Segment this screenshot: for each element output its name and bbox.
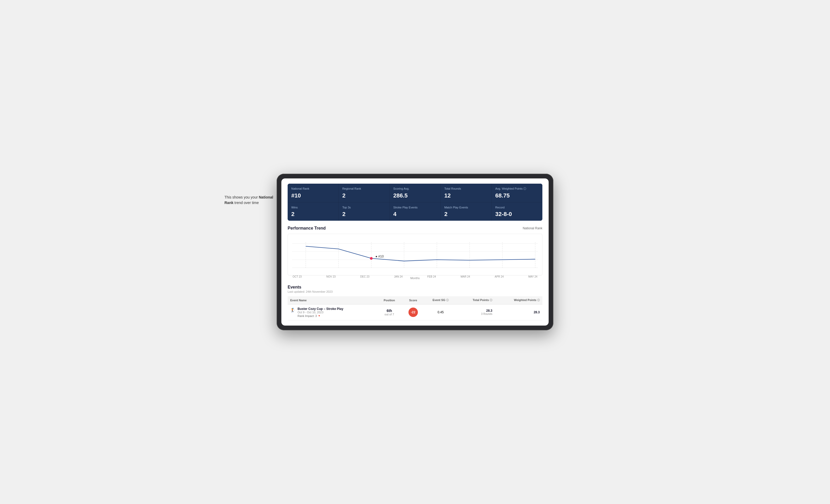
event-weighted-points-cell: 28.3: [495, 304, 542, 320]
stats-row-bottom: Wins 2 Top 3s 2 Stroke Play Events 4 M: [288, 202, 542, 221]
stat-record-label: Record: [496, 206, 539, 209]
x-label-dec23: DEC 23: [360, 275, 369, 278]
stat-total-rounds-value: 12: [444, 192, 487, 199]
stat-match-play-label: Match Play Events: [444, 206, 487, 209]
event-score-badge: -22: [409, 308, 418, 317]
stat-stroke-play-label: Stroke Play Events: [393, 206, 437, 209]
event-weighted-points-value: 28.3: [534, 310, 540, 314]
stat-national-rank: National Rank #10: [288, 183, 338, 202]
x-label-nov23: NOV 23: [326, 275, 336, 278]
stat-scoring-avg-value: 286.5: [393, 192, 437, 199]
trend-header: Performance Trend National Rank: [288, 226, 542, 231]
stat-national-rank-value: #10: [291, 192, 334, 199]
stat-regional-rank: Regional Rank 2: [339, 183, 389, 202]
event-position-cell: 6th out of 7: [377, 304, 402, 320]
col-total-points: Total Points ⓘ: [457, 296, 495, 304]
stat-wins-value: 2: [291, 211, 334, 217]
rank-impact-direction: ▼: [318, 314, 321, 317]
rank-impact-text: Rank Impact: 3: [297, 314, 317, 317]
stat-record: Record 32-8-0: [492, 202, 542, 221]
x-label-oct23: OCT 23: [293, 275, 302, 278]
stat-match-play-value: 2: [444, 211, 487, 217]
chart-x-axis: OCT 23 NOV 23 DEC 23 JAN 24 FEB 24 MAR 2…: [292, 275, 538, 278]
trend-title: Performance Trend: [288, 226, 326, 231]
annotation-text: This shows you your National Rank trend …: [224, 195, 277, 206]
table-row: 🏌️ Buster Cozy Cup – Stroke Play Oct 9 -…: [288, 304, 542, 320]
event-total-points-cell: 28.3 3 Rounds: [457, 304, 495, 320]
trend-axis-label: National Rank: [523, 227, 542, 230]
stat-match-play: Match Play Events 2: [441, 202, 491, 221]
event-date: Oct 9 - Oct 10, 2023: [297, 311, 343, 314]
col-event-sg: Event SG ⓘ: [424, 296, 457, 304]
stat-scoring-avg: Scoring Avg. 286.5: [390, 183, 440, 202]
svg-text:● #10: ● #10: [375, 255, 384, 258]
stat-record-value: 32-8-0: [496, 211, 539, 217]
events-table: Event Name Position Score Event SG ⓘ Tot…: [288, 296, 542, 321]
event-total-points-sub: 3 Rounds: [459, 312, 492, 315]
col-score: Score: [402, 296, 424, 304]
x-label-feb24: FEB 24: [427, 275, 436, 278]
stats-grid: National Rank #10 Regional Rank 2 Scorin…: [288, 183, 542, 221]
trend-chart: ● #10: [292, 238, 538, 273]
stats-row-top: National Rank #10 Regional Rank 2 Scorin…: [288, 183, 542, 202]
stat-wins: Wins 2: [288, 202, 338, 221]
col-event-name: Event Name: [288, 296, 377, 304]
tablet-frame: National Rank #10 Regional Rank 2 Scorin…: [277, 174, 553, 330]
event-position-main: 6th: [379, 309, 400, 313]
event-score-cell: -22: [402, 304, 424, 320]
tablet-screen: National Rank #10 Regional Rank 2 Scorin…: [281, 178, 549, 326]
x-label-may24: MAY 24: [528, 275, 537, 278]
event-golf-icon: 🏌️: [290, 308, 295, 312]
event-sg-cell: 0.45: [424, 304, 457, 320]
events-subtitle: Last updated: 24th November 2023: [288, 290, 542, 293]
stat-avg-weighted-label: Avg. Weighted Points ⓘ: [496, 187, 539, 191]
x-label-jan24: JAN 24: [394, 275, 403, 278]
stat-top3s-value: 2: [342, 211, 385, 217]
stat-stroke-play-value: 4: [393, 211, 437, 217]
content-area: National Rank #10 Regional Rank 2 Scorin…: [281, 178, 549, 326]
rank-impact: Rank Impact: 3 ▼: [297, 314, 343, 317]
stat-top3s: Top 3s 2: [339, 202, 389, 221]
stat-regional-rank-value: 2: [342, 192, 385, 199]
col-weighted-points: Weighted Points ⓘ: [495, 296, 542, 304]
stat-top3s-label: Top 3s: [342, 206, 385, 209]
performance-trend-section: Performance Trend National Rank: [288, 226, 542, 280]
col-position: Position: [377, 296, 402, 304]
events-title: Events: [288, 285, 542, 290]
event-name-cell: 🏌️ Buster Cozy Cup – Stroke Play Oct 9 -…: [288, 304, 377, 320]
stat-wins-label: Wins: [291, 206, 334, 209]
event-name-text: Buster Cozy Cup – Stroke Play: [297, 307, 343, 311]
stat-avg-weighted: Avg. Weighted Points ⓘ 68.75: [492, 183, 542, 202]
stat-total-rounds: Total Rounds 12: [441, 183, 491, 202]
chart-container: ● #10 OCT 23 NOV 23 DEC 23 JAN 24 FEB 24…: [288, 234, 542, 275]
x-label-apr24: APR 24: [494, 275, 504, 278]
stat-stroke-play: Stroke Play Events 4: [390, 202, 440, 221]
svg-point-14: [370, 257, 373, 260]
stat-total-rounds-label: Total Rounds: [444, 187, 487, 191]
events-table-header: Event Name Position Score Event SG ⓘ Tot…: [288, 296, 542, 304]
event-sg-value: 0.45: [438, 310, 443, 314]
stat-national-rank-label: National Rank: [291, 187, 334, 191]
page-wrapper: This shows you your National Rank trend …: [277, 174, 553, 330]
events-table-body: 🏌️ Buster Cozy Cup – Stroke Play Oct 9 -…: [288, 304, 542, 320]
stat-avg-weighted-value: 68.75: [496, 192, 539, 199]
event-position-sub: out of 7: [379, 313, 400, 316]
event-total-points-value: 28.3: [459, 309, 492, 312]
stat-regional-rank-label: Regional Rank: [342, 187, 385, 191]
x-label-mar24: MAR 24: [461, 275, 470, 278]
events-section: Events Last updated: 24th November 2023 …: [288, 285, 542, 321]
stat-scoring-avg-label: Scoring Avg.: [393, 187, 437, 191]
